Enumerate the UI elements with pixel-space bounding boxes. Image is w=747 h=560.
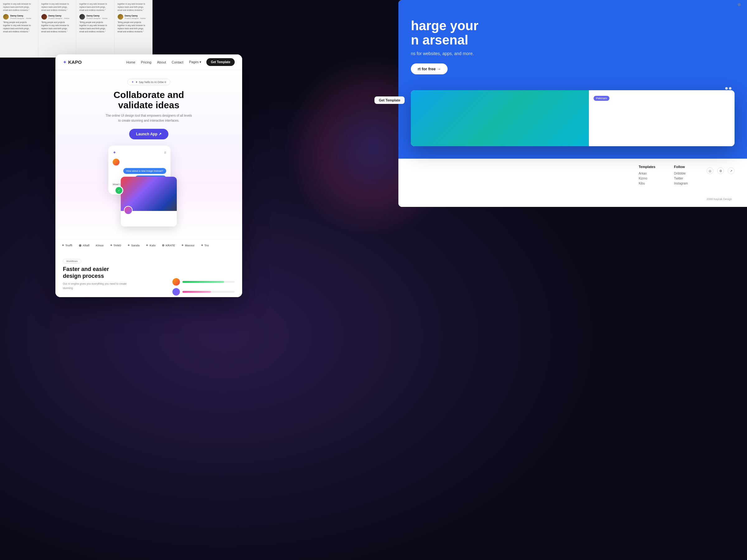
get-template-popup[interactable]: Get Template (375, 97, 405, 104)
workflow-bar-green (182, 281, 224, 283)
get-template-button[interactable]: Get Template (206, 58, 235, 66)
brand-kinua: Kinua (96, 244, 104, 247)
brand-krate: ⊗ KRATE (162, 244, 175, 247)
author-name-3: Danny Canny (86, 14, 107, 17)
right-hero-title: harge yourn arsenal (411, 19, 735, 47)
chat-avatar-row (113, 159, 166, 165)
right-hero-content: harge yourn arsenal ns for websites, app… (411, 19, 735, 74)
navbar-logo: ✦ KAPO (63, 59, 81, 65)
kinua-label: Kinua (96, 244, 104, 247)
workflow-mockup (173, 278, 235, 297)
workflow-row-1 (173, 278, 235, 286)
launch-btn-label: Launch App ↗ (136, 132, 161, 136)
lower-title: Faster and easier design process (63, 266, 131, 279)
nav-link-pages[interactable]: Pages ▾ (189, 60, 201, 64)
social-icon-2[interactable]: ⚙ (717, 167, 724, 174)
lower-title-line2: design process (63, 273, 104, 279)
kalo-icon: ✦ (146, 244, 148, 247)
right-image-preview: Pekinam (411, 90, 735, 153)
testimonial-col-3: together in any web browser to replace b… (76, 0, 114, 58)
avatar-4 (118, 14, 123, 20)
footer-link-twitter[interactable]: Twitter (674, 177, 688, 180)
kalo-label: Kalo (149, 244, 156, 247)
altall-icon: ◉ (79, 244, 81, 247)
brand-kalo: ✦ Kalo (146, 244, 156, 247)
lower-section: Workflows Faster and easier design proce… (55, 251, 242, 297)
avatar-1 (3, 14, 9, 20)
author-title-4: Product designer · Adobe (125, 17, 146, 20)
chat-image-background (121, 177, 177, 211)
massui-label: Massui (185, 244, 195, 247)
nav-link-pricing[interactable]: Pricing (141, 60, 152, 64)
footer-follow-header: Follow (674, 165, 688, 169)
chat-image-card (121, 177, 177, 226)
tano-icon: ✦ (110, 244, 112, 247)
preview-sidebar: Pekinam (589, 90, 735, 146)
hero-section: ✦ ✦ Say hello to AI Orbe II Collaborate … (55, 70, 242, 239)
lower-description: Our AI engine gives you everything you n… (63, 282, 131, 290)
footer-social-icons: ◎ ⚙ ↗ (706, 167, 735, 174)
footer-link-arkan[interactable]: Arkan (639, 172, 655, 175)
footer-spacer (411, 165, 620, 201)
sarala-label: Sarala (131, 244, 139, 247)
author-quote-2: "Bring people and projects together in a… (42, 21, 73, 33)
truffi-icon: ✦ (61, 244, 64, 247)
testimonial-text-4: together in any web browser to replace b… (118, 2, 149, 11)
online-icon: ✓ (118, 189, 120, 192)
footer-copyright: 2068 Nayrak Design (706, 197, 735, 201)
nav-link-home[interactable]: Home (126, 60, 135, 64)
nav-link-contact[interactable]: Contact (172, 60, 183, 64)
author-title-3: Product designer · Adobe (86, 17, 107, 20)
footer-link-instagram[interactable]: Instagram (674, 182, 688, 185)
footer-link-kibu[interactable]: Kibu (639, 182, 655, 185)
hero-title-line2: validate ideas (118, 100, 180, 110)
right-background-window: harge yourn arsenal ns for websites, app… (398, 0, 747, 207)
window-controls (738, 3, 741, 6)
brand-altall: ◉ Altall (79, 244, 89, 247)
preview-dots-row (725, 87, 731, 89)
footer-link-kizmo[interactable]: Kizmo (639, 177, 655, 180)
avatar-3 (79, 14, 85, 20)
tru-label: Tru (205, 244, 209, 247)
right-cta-button[interactable]: rt for free → (411, 63, 447, 74)
krate-label: KRATE (165, 244, 175, 247)
preview-card: Pekinam (411, 90, 735, 146)
badge-text: ✦ Say hello to AI Orbe II (135, 81, 166, 84)
pekinam-badge: Pekinam (594, 96, 610, 101)
brands-strip: ✦ Truffi ◉ Altall Kinua ✦ TANO ✦ Sarala … (55, 239, 242, 251)
footer-link-dribbble[interactable]: Dribbble (674, 172, 688, 175)
social-icon-3[interactable]: ↗ (728, 167, 735, 174)
navbar-links: Home Pricing About Contact Pages ▾ (126, 60, 202, 64)
testimonial-col-4: together in any web browser to replace b… (114, 0, 153, 58)
brand-tano: ✦ TANO (110, 244, 121, 247)
footer-templates-col: Templates Arkan Kizmo Kibu (639, 165, 655, 201)
testimonials-background-window: together in any web browser to replace b… (0, 0, 153, 58)
footer-bottom-row: ◎ ⚙ ↗ 2068 Nayrak Design (706, 165, 735, 201)
avatar-2 (42, 14, 47, 20)
social-icon-1[interactable]: ◎ (706, 167, 713, 174)
truffi-label: Truffi (66, 244, 73, 247)
krate-icon: ⊗ (162, 244, 164, 247)
online-indicator: ✓ (114, 186, 123, 195)
author-name-1: Danny Canny (10, 14, 31, 17)
tru-icon: ✦ (201, 244, 203, 247)
lower-title-line1: Faster and easier (63, 266, 109, 272)
right-blue-hero: harge yourn arsenal ns for websites, app… (398, 0, 747, 159)
workflow-bar-container-1 (182, 281, 235, 283)
altall-label: Altall (83, 244, 89, 247)
chat-image-avatar (124, 206, 133, 215)
brand-truffi: ✦ Truffi (61, 244, 73, 247)
chat-card-header: ✦ ≡ (113, 150, 166, 155)
window-dot-1 (738, 3, 741, 6)
nav-link-about[interactable]: About (157, 60, 166, 64)
logo-text: KAPO (68, 59, 81, 65)
workflow-avatar-2 (173, 288, 180, 296)
right-footer: Templates Arkan Kizmo Kibu Follow Dribbb… (398, 159, 747, 207)
sarala-icon: ✦ (127, 244, 130, 247)
testimonial-col-1: together in any web browser to replace b… (0, 0, 38, 58)
author-quote-3: "Bring people and projects together in a… (79, 21, 111, 33)
author-title-2: Product designer · Adobe (49, 17, 70, 20)
launch-app-button[interactable]: Launch App ↗ (129, 129, 169, 139)
preview-teal-image (411, 90, 589, 146)
right-cta-label: rt for free → (418, 66, 441, 71)
